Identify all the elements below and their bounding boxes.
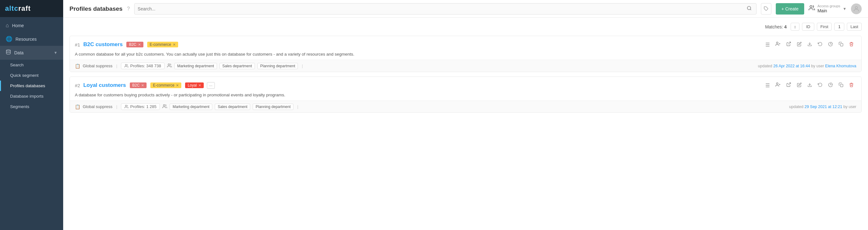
tag-filter-button[interactable] bbox=[761, 3, 771, 15]
svg-point-5 bbox=[855, 6, 857, 8]
download-action-button-2[interactable] bbox=[805, 81, 815, 90]
chevron-down-icon: ▼ bbox=[54, 51, 58, 55]
list-action-button-2[interactable]: ☰ bbox=[763, 81, 772, 90]
chart-action-button[interactable] bbox=[826, 40, 835, 49]
suppress-icon-2: 📋 bbox=[75, 104, 80, 109]
tag-ecommerce-2: E-commerce ✕ bbox=[150, 83, 181, 88]
sidebar-sub-label: Segments bbox=[10, 104, 29, 109]
groups-icon-2 bbox=[162, 104, 167, 110]
delete-action-button-2[interactable] bbox=[846, 81, 856, 90]
dept-badge-marketing-2: Marketing department bbox=[169, 104, 212, 110]
sort-button[interactable]: ↕ bbox=[790, 23, 800, 31]
help-icon[interactable]: ? bbox=[127, 6, 130, 12]
export-action-button[interactable] bbox=[784, 40, 794, 49]
profiles-badge-2: Profiles: 1 285 bbox=[121, 103, 160, 110]
database-card-2: #2 Loyal customers B2C ✕ E-commerce ✕ Lo… bbox=[69, 77, 862, 113]
sidebar-sub-label: Database imports bbox=[10, 94, 43, 98]
search-input[interactable] bbox=[138, 6, 744, 11]
access-groups-selector[interactable]: Access groups Main ▼ bbox=[809, 4, 846, 13]
db-card-footer-2: 📋 Global suppress | Profiles: 1 285 bbox=[70, 100, 861, 113]
tag-more-2[interactable]: ··· bbox=[207, 82, 215, 89]
dept-badge-planning-2: Planning department bbox=[253, 104, 293, 110]
logo-text: altcraft bbox=[5, 4, 31, 12]
chevron-down-icon: ▼ bbox=[843, 7, 846, 11]
db-card-header-1: #1 B2C customers B2C ✕ E-commerce ✕ ☰ bbox=[70, 36, 861, 52]
global-suppress-label-1: Global suppress bbox=[83, 63, 113, 68]
db-card-actions-1: ☰ bbox=[763, 40, 856, 49]
sidebar-item-database-imports[interactable]: Database imports bbox=[0, 91, 63, 102]
db-card-actions-2: ☰ bbox=[763, 81, 856, 90]
sidebar-navigation: ⌂ Home 🌐 Resources Data ▼ Search Quick s… bbox=[0, 17, 63, 230]
sidebar-sub-label: Quick segment bbox=[10, 73, 38, 78]
sidebar-item-data[interactable]: Data ▼ bbox=[0, 46, 63, 60]
list-action-button[interactable]: ☰ bbox=[763, 40, 772, 49]
tag-close-loyal-2[interactable]: ✕ bbox=[198, 83, 201, 87]
sidebar-item-search[interactable]: Search bbox=[0, 60, 63, 70]
dept-badge-marketing-1: Marketing department bbox=[174, 63, 217, 69]
access-groups-label: Access groups bbox=[817, 4, 840, 8]
updated-date-link-2[interactable]: 29 Sep 2021 at 12:21 bbox=[805, 105, 842, 109]
tag-loyal-2: Loyal ✕ bbox=[185, 83, 204, 88]
sidebar-item-label: Home bbox=[12, 23, 24, 28]
db-description-1: A common database for all your b2c custo… bbox=[70, 52, 861, 60]
sidebar-item-profiles-databases[interactable]: Profiles databases bbox=[0, 81, 63, 91]
updated-info-2: updated 29 Sep 2021 at 12:21 by user bbox=[789, 105, 856, 109]
copy-action-button[interactable] bbox=[836, 40, 846, 49]
history-action-button-2[interactable] bbox=[815, 81, 825, 90]
last-page-button[interactable]: Last bbox=[847, 23, 862, 31]
tag-b2c-2: B2C ✕ bbox=[130, 83, 147, 88]
svg-rect-19 bbox=[840, 84, 843, 87]
svg-point-6 bbox=[776, 42, 778, 44]
sidebar-item-resources[interactable]: 🌐 Resources bbox=[0, 32, 63, 46]
database-card-1: #1 B2C customers B2C ✕ E-commerce ✕ ☰ bbox=[69, 36, 862, 72]
content-area: Matches: 4 ↕ ID First 1 Last #1 B2C cust… bbox=[63, 18, 868, 230]
svg-line-2 bbox=[750, 9, 751, 10]
first-page-button[interactable]: First bbox=[817, 23, 832, 31]
delete-action-button[interactable] bbox=[846, 40, 856, 49]
add-user-action-button[interactable] bbox=[773, 40, 783, 49]
sidebar-item-quick-segment[interactable]: Quick segment bbox=[0, 70, 63, 81]
updated-info-1: updated 26 Apr 2022 at 16:44 by user Ele… bbox=[758, 64, 856, 68]
svg-rect-11 bbox=[840, 43, 843, 46]
sidebar-item-label: Data bbox=[14, 50, 24, 55]
tag-close-b2c-2[interactable]: ✕ bbox=[141, 83, 144, 87]
sidebar-item-home[interactable]: ⌂ Home bbox=[0, 19, 63, 32]
global-suppress-label-2: Global suppress bbox=[83, 104, 113, 109]
tag-close-ecommerce[interactable]: ✕ bbox=[173, 42, 176, 47]
edit-action-button[interactable] bbox=[795, 40, 804, 49]
db-name-1[interactable]: B2C customers bbox=[83, 41, 123, 48]
chart-action-button-2[interactable] bbox=[826, 81, 835, 90]
sidebar-sub-label: Search bbox=[10, 62, 24, 67]
updated-user-link-1[interactable]: Elena Khomutova bbox=[825, 64, 856, 68]
avatar[interactable] bbox=[851, 3, 862, 14]
history-action-button[interactable] bbox=[815, 40, 825, 49]
list-controls: Matches: 4 ↕ ID First 1 Last bbox=[69, 23, 862, 31]
sidebar-item-label: Resources bbox=[16, 37, 37, 42]
sidebar-item-segments[interactable]: Segments bbox=[0, 102, 63, 112]
svg-point-12 bbox=[125, 64, 127, 66]
download-action-button[interactable] bbox=[805, 40, 815, 49]
field-selector[interactable]: ID bbox=[802, 23, 814, 31]
svg-point-20 bbox=[125, 105, 127, 107]
copy-action-button-2[interactable] bbox=[836, 81, 846, 90]
db-card-header-2: #2 Loyal customers B2C ✕ E-commerce ✕ Lo… bbox=[70, 77, 861, 92]
svg-point-0 bbox=[6, 50, 10, 51]
tag-close-ecommerce-2[interactable]: ✕ bbox=[176, 83, 179, 87]
profiles-badge-1: Profiles: 348 738 bbox=[121, 62, 164, 69]
edit-action-button-2[interactable] bbox=[795, 81, 804, 90]
db-name-2[interactable]: Loyal customers bbox=[83, 82, 126, 88]
db-number-1: #1 bbox=[75, 42, 80, 48]
svg-point-1 bbox=[747, 6, 751, 10]
search-button[interactable] bbox=[745, 5, 753, 12]
svg-line-17 bbox=[788, 83, 790, 85]
export-action-button-2[interactable] bbox=[784, 81, 794, 90]
page-number: 1 bbox=[834, 23, 844, 31]
page-title: Profiles databases bbox=[69, 5, 123, 12]
create-button[interactable]: + Create bbox=[776, 3, 804, 15]
add-user-action-button-2[interactable] bbox=[773, 81, 783, 90]
db-description-2: A database for customers buying products… bbox=[70, 92, 861, 100]
updated-date-link-1[interactable]: 26 Apr 2022 at 16:44 bbox=[773, 64, 810, 68]
tag-close-b2c[interactable]: ✕ bbox=[138, 42, 141, 47]
sidebar: altcraft ⌂ Home 🌐 Resources Data ▼ Searc… bbox=[0, 0, 63, 230]
db-card-footer-1: 📋 Global suppress | Profiles: 348 738 bbox=[70, 60, 861, 72]
